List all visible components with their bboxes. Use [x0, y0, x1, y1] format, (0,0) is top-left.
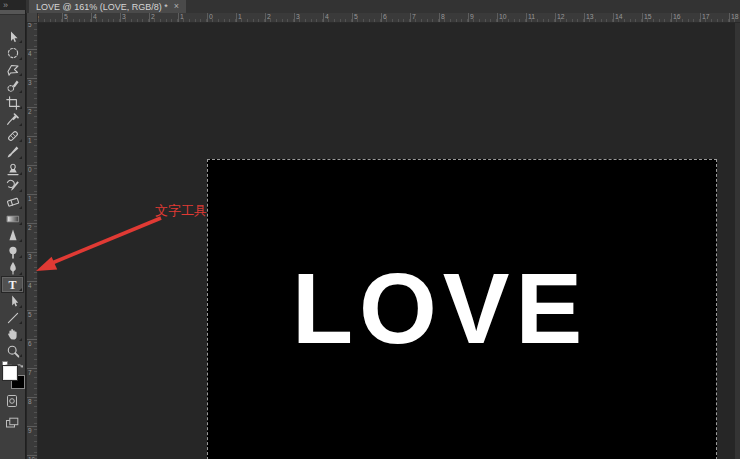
ruler-label: 7	[412, 13, 416, 21]
ruler-label: 7	[28, 369, 32, 376]
ruler-label: 6	[28, 340, 32, 347]
ruler-label: 4	[325, 13, 329, 21]
tab-strip: LOVE @ 161% (LOVE, RGB/8) * ×	[26, 0, 740, 13]
ruler-tick	[613, 13, 614, 22]
screen-mode-button[interactable]	[5, 416, 19, 430]
polygonal-lasso-tool[interactable]	[2, 62, 23, 77]
ruler-label: 17	[702, 13, 710, 21]
sharpen-tool-icon	[6, 228, 20, 242]
zoom-tool[interactable]	[2, 343, 23, 358]
ruler-label: 4	[28, 50, 32, 57]
ruler-label: 14	[615, 13, 623, 21]
quick-selection-tool[interactable]	[2, 79, 23, 94]
zoom-tool-icon	[6, 344, 20, 358]
tools-panel: T	[0, 10, 26, 459]
quick-mask-button[interactable]	[5, 394, 19, 408]
foreground-color-swatch[interactable]	[3, 366, 17, 380]
quick-selection-tool-icon	[6, 79, 20, 93]
sharpen-tool[interactable]	[2, 228, 23, 243]
ruler-tick	[178, 13, 179, 22]
path-selection-tool[interactable]	[2, 294, 23, 309]
ruler-tick	[671, 13, 672, 22]
document-tab[interactable]: LOVE @ 161% (LOVE, RGB/8) * ×	[29, 0, 186, 13]
ruler-tick	[381, 13, 382, 22]
ruler-label: 1	[238, 13, 242, 21]
ruler-tick	[439, 13, 440, 22]
dodge-tool[interactable]	[2, 244, 23, 259]
ruler-label: 6	[38, 13, 39, 21]
ruler-tick	[410, 13, 411, 22]
ruler-corner	[27, 13, 38, 23]
ruler-label: 6	[383, 13, 387, 21]
canvas[interactable]: LOVE	[207, 159, 717, 459]
ruler-label: 8	[28, 398, 32, 405]
spot-healing-brush-tool[interactable]	[2, 128, 23, 143]
ruler-tick	[91, 13, 92, 22]
horizontal-ruler[interactable]: 6543210123456789101112131415161718	[38, 13, 740, 23]
hand-tool-icon	[6, 327, 20, 341]
ruler-label: 5	[28, 23, 32, 28]
ruler-label: 10	[499, 13, 507, 21]
elliptical-marquee-tool[interactable]	[2, 46, 23, 61]
ruler-label: 9	[470, 13, 474, 21]
gradient-tool-icon	[6, 212, 20, 226]
ruler-tick	[120, 13, 121, 22]
ruler-label: 13	[586, 13, 594, 21]
ruler-tick	[265, 13, 266, 22]
ruler-tick	[584, 13, 585, 22]
ruler-label: 12	[557, 13, 565, 21]
right-scrollbar-track[interactable]	[735, 23, 740, 459]
ruler-tick	[236, 13, 237, 22]
history-brush-tool[interactable]	[2, 178, 23, 193]
ruler-tick	[323, 13, 324, 22]
line-tool-icon	[6, 311, 20, 325]
hand-tool[interactable]	[2, 327, 23, 342]
ruler-label: 5	[64, 13, 68, 21]
document-tab-title: LOVE @ 161% (LOVE, RGB/8) *	[36, 2, 168, 12]
move-tool-icon	[6, 30, 20, 44]
ruler-tick	[352, 13, 353, 22]
pen-tool[interactable]	[2, 261, 23, 276]
canvas-text: LOVE	[292, 258, 588, 358]
tab-close-icon[interactable]: ×	[174, 2, 179, 11]
ruler-tick	[642, 13, 643, 22]
spot-healing-brush-tool-icon	[6, 129, 20, 143]
annotation-text: 文字工具	[155, 202, 207, 220]
ruler-label: 5	[28, 311, 32, 318]
eraser-tool[interactable]	[2, 195, 23, 210]
ruler-label: 1	[28, 195, 32, 202]
eyedropper-tool[interactable]	[2, 112, 23, 127]
ruler-tick	[700, 13, 701, 22]
type-tool[interactable]: T	[2, 277, 23, 292]
crop-tool-icon	[6, 96, 20, 110]
ruler-label: 16	[673, 13, 681, 21]
brush-tool-icon	[6, 145, 20, 159]
tools-panel-grip[interactable]	[0, 10, 25, 15]
ruler-tick	[526, 13, 527, 22]
clone-stamp-tool[interactable]	[2, 161, 23, 176]
move-tool[interactable]	[2, 29, 23, 44]
ruler-tick	[468, 13, 469, 22]
collapse-panel-icon[interactable]: »	[3, 0, 23, 10]
ruler-label: 1	[28, 137, 32, 144]
ruler-tick	[62, 13, 63, 22]
brush-tool[interactable]	[2, 145, 23, 160]
history-brush-tool-icon	[6, 178, 20, 192]
gradient-tool[interactable]	[2, 211, 23, 226]
photoshop-window: LOVE @ 161% (LOVE, RGB/8) * × »	[0, 0, 740, 459]
ruler-label: 8	[441, 13, 445, 21]
ruler-label: 11	[528, 13, 535, 21]
ruler-tick	[207, 13, 208, 22]
line-tool[interactable]	[2, 310, 23, 325]
crop-tool[interactable]	[2, 95, 23, 110]
path-selection-tool-icon	[6, 294, 20, 308]
polygonal-lasso-tool-icon	[6, 63, 20, 77]
vertical-ruler[interactable]: 54321012345678910	[27, 23, 38, 459]
ruler-label: 1	[180, 13, 184, 21]
eyedropper-tool-icon	[6, 112, 20, 126]
ruler-label: 2	[28, 108, 32, 115]
clone-stamp-tool-icon	[6, 162, 20, 176]
ruler-label: 15	[644, 13, 652, 21]
ruler-label: 5	[354, 13, 358, 21]
ruler-tick	[729, 13, 730, 22]
